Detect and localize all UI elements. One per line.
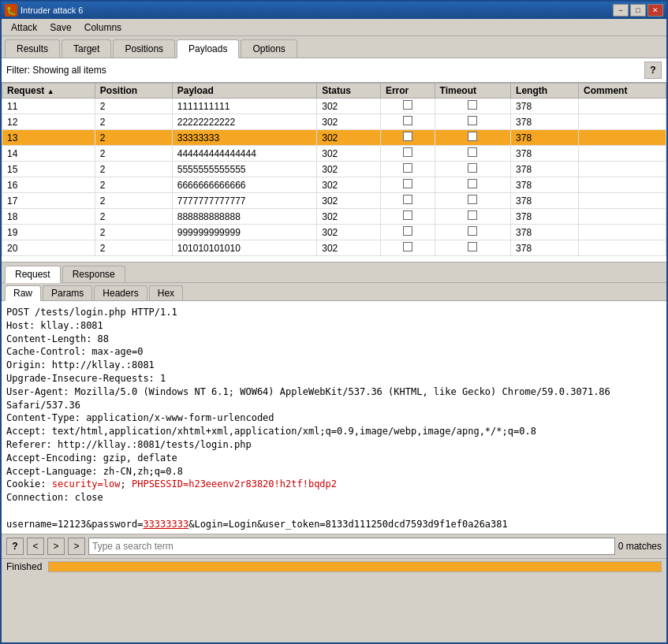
post-data-line: username=12123&password=33333333&Login=L… <box>6 519 508 530</box>
maximize-button[interactable]: □ <box>630 4 646 17</box>
tab-payloads[interactable]: Payloads <box>177 39 239 58</box>
cookie-security: security=low <box>52 478 121 490</box>
menu-save[interactable]: Save <box>43 20 77 35</box>
error-checkbox[interactable] <box>403 226 412 236</box>
upgrade-line: Upgrade-Insecure-Requests: 1 <box>6 373 166 384</box>
error-checkbox[interactable] <box>403 100 412 110</box>
tab-results[interactable]: Results <box>5 39 60 58</box>
col-comment[interactable]: Comment <box>579 84 666 99</box>
request-content-area: POST /tests/login.php HTTP/1.1 Host: kll… <box>2 301 666 534</box>
table-row[interactable]: 202101010101010302378 <box>2 240 666 256</box>
matches-count: 0 matches <box>618 541 662 552</box>
table-row[interactable]: 12222222222222302378 <box>2 114 666 130</box>
error-checkbox[interactable] <box>403 132 412 141</box>
matches-label: matches <box>626 541 662 552</box>
sub-tab-bar: Request Response <box>2 262 666 283</box>
col-error[interactable]: Error <box>380 84 435 99</box>
sub-tab-response[interactable]: Response <box>62 266 125 282</box>
inner-tab-bar: Raw Params Headers Hex <box>2 283 666 301</box>
inner-tab-raw[interactable]: Raw <box>5 285 41 301</box>
minimize-button[interactable]: − <box>613 4 629 17</box>
timeout-checkbox[interactable] <box>468 179 477 188</box>
error-checkbox[interactable] <box>403 116 412 125</box>
table-row[interactable]: 192999999999999302378 <box>2 225 666 240</box>
error-checkbox[interactable] <box>403 242 412 251</box>
menu-attack[interactable]: Attack <box>5 20 43 35</box>
menu-columns[interactable]: Columns <box>78 20 128 35</box>
search-input[interactable] <box>88 538 615 555</box>
tab-positions[interactable]: Positions <box>113 39 175 58</box>
search-bar: ? < > > 0 matches <box>2 534 666 558</box>
results-table-wrapper: Request ▲ Position Payload Status Error … <box>2 83 666 262</box>
tab-target[interactable]: Target <box>62 39 111 58</box>
table-row[interactable]: 1525555555555555302378 <box>2 162 666 177</box>
error-checkbox[interactable] <box>403 163 412 173</box>
window-title: Intruder attack 6 <box>21 6 613 15</box>
filter-label: Filter: <box>6 65 32 76</box>
timeout-checkbox[interactable] <box>468 210 477 220</box>
origin-line: Origin: http://kllay.:8081 <box>6 359 155 370</box>
menu-bar: Attack Save Columns <box>2 19 666 36</box>
table-header-row: Request ▲ Position Payload Status Error … <box>2 84 666 99</box>
filter-value: Showing all items <box>32 65 106 76</box>
timeout-checkbox[interactable] <box>468 116 477 125</box>
search-forward-button[interactable]: > <box>68 538 85 555</box>
timeout-checkbox[interactable] <box>468 147 477 157</box>
filter-text: Filter: Showing all items <box>6 65 640 76</box>
window-frame: 🐛 Intruder attack 6 − □ ✕ Attack Save Co… <box>0 0 668 644</box>
col-request[interactable]: Request ▲ <box>2 84 95 99</box>
timeout-checkbox[interactable] <box>468 163 477 173</box>
filter-bar: Filter: Showing all items ? <box>2 58 666 83</box>
inner-tab-params[interactable]: Params <box>43 285 92 300</box>
app-icon: 🐛 <box>5 4 17 17</box>
table-row[interactable]: 13233333333302378 <box>2 130 666 146</box>
tab-options[interactable]: Options <box>241 39 297 58</box>
search-next-button[interactable]: > <box>47 538 65 555</box>
results-table: Request ▲ Position Payload Status Error … <box>2 83 666 256</box>
timeout-checkbox[interactable] <box>468 132 477 141</box>
col-status[interactable]: Status <box>317 84 381 99</box>
timeout-checkbox[interactable] <box>468 100 477 110</box>
col-payload[interactable]: Payload <box>172 84 317 99</box>
content-type-line: Content-Type: application/x-www-form-url… <box>6 412 274 423</box>
referer-line: Referer: http://kllay.:8081/tests/login.… <box>6 439 252 450</box>
post-password-value: 33333333 <box>143 519 188 530</box>
table-row[interactable]: 182888888888888302378 <box>2 209 666 225</box>
table-row[interactable]: 1727777777777777302378 <box>2 193 666 209</box>
timeout-checkbox[interactable] <box>468 226 477 236</box>
table-row[interactable]: 142444444444444444302378 <box>2 146 666 162</box>
inner-tab-headers[interactable]: Headers <box>94 285 147 300</box>
inner-tab-hex[interactable]: Hex <box>149 285 183 300</box>
request-line: POST /tests/login.php HTTP/1.1 <box>6 307 177 318</box>
error-checkbox[interactable] <box>403 147 412 157</box>
close-button[interactable]: ✕ <box>647 4 663 17</box>
col-position[interactable]: Position <box>95 84 172 99</box>
error-checkbox[interactable] <box>403 195 412 204</box>
error-checkbox[interactable] <box>403 210 412 220</box>
table-row[interactable]: 1626666666666666302378 <box>2 177 666 193</box>
col-length[interactable]: Length <box>511 84 579 99</box>
sort-asc-icon: ▲ <box>47 87 54 95</box>
timeout-checkbox[interactable] <box>468 195 477 204</box>
error-checkbox[interactable] <box>403 179 412 188</box>
table-body: 1121111111111302378122222222222223023781… <box>2 99 666 256</box>
search-prev-button[interactable]: < <box>27 538 44 555</box>
main-tab-bar: Results Target Positions Payloads Option… <box>2 36 666 58</box>
title-bar: 🐛 Intruder attack 6 − □ ✕ <box>2 2 666 19</box>
status-progress-bar <box>48 561 662 572</box>
search-help-button[interactable]: ? <box>6 538 24 555</box>
timeout-checkbox[interactable] <box>468 242 477 251</box>
accept-encoding-line: Accept-Encoding: gzip, deflate <box>6 452 177 463</box>
window-controls: − □ ✕ <box>613 4 663 17</box>
connection-line: Connection: close <box>6 492 103 503</box>
accept-line: Accept: text/html,application/xhtml+xml,… <box>6 426 536 437</box>
status-bar: Finished <box>2 558 666 574</box>
table-row[interactable]: 1121111111111302378 <box>2 99 666 114</box>
user-agent-line: User-Agent: Mozilla/5.0 (Windows NT 6.1;… <box>6 386 610 411</box>
cookie-line: Cookie: security=low; PHPSESSID=h23eeenv… <box>6 478 337 490</box>
col-timeout[interactable]: Timeout <box>435 84 510 99</box>
cache-control-line: Cache-Control: max-age=0 <box>6 346 143 357</box>
filter-help-button[interactable]: ? <box>644 61 662 79</box>
host-line: Host: kllay.:8081 <box>6 320 103 331</box>
sub-tab-request[interactable]: Request <box>5 266 61 283</box>
